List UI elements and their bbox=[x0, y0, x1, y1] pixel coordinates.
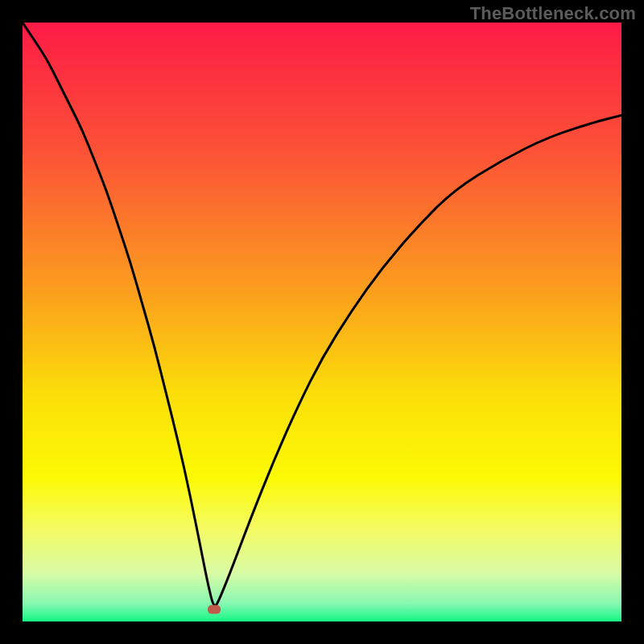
plot-area bbox=[23, 23, 621, 621]
plot-svg bbox=[23, 23, 621, 621]
gradient-background bbox=[23, 23, 621, 621]
watermark-text: TheBottleneck.com bbox=[470, 3, 636, 24]
chart-frame: TheBottleneck.com bbox=[0, 0, 644, 644]
marker-dot bbox=[208, 605, 221, 614]
